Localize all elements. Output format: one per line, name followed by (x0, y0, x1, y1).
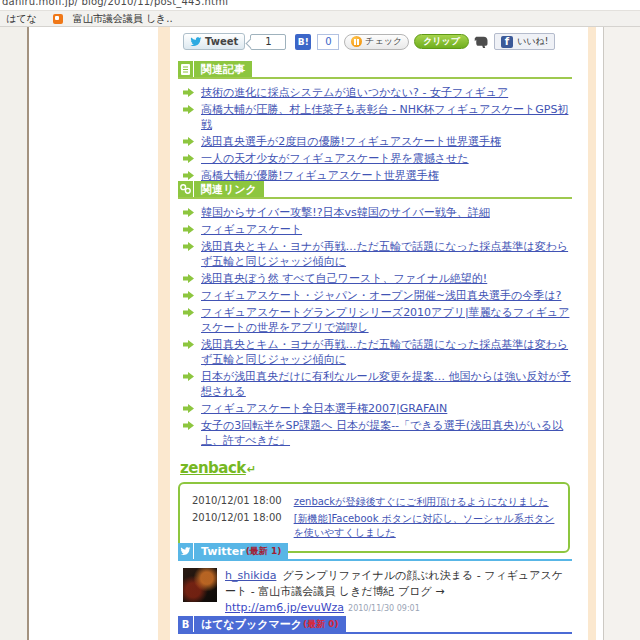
related-articles-header: 関連記事 (178, 62, 572, 79)
list-item: フィギュアスケート・ジャパン・オープン開催~浅田真央選手の今季は? (183, 288, 572, 303)
evernote-elephant-icon[interactable] (474, 35, 489, 49)
facebook-icon: f (501, 36, 513, 48)
facebook-like-label: いいね! (517, 35, 548, 48)
zenback-logo-text: zenback (180, 459, 246, 477)
url-text[interactable]: daniru.mofi.jp/ blog/2010/11/post_443.ht… (2, 0, 228, 7)
zenback-news-row: 2010/12/01 18:00 zenbackが登録後すぐにご利用頂けるように… (192, 495, 556, 509)
hatena-bookmark-title: はてなブックマーク(最新 0) (194, 616, 346, 632)
tweet-body: h_shikidaグランプリファイナルの顔ぶれ決まる - フィギュアスケート -… (225, 568, 570, 617)
list-item: 浅田真央選手が2度目の優勝!フィギュアスケート世界選手権 (183, 134, 572, 149)
related-article-link[interactable]: 技術の進化に採点システムが追いつかない? - 女子フィギュア (201, 85, 508, 100)
facebook-like-button[interactable]: f いいね! (494, 33, 555, 50)
list-item: 浅田真央ぼう然 すべて自己ワースト、ファイナル絶望的! (183, 271, 572, 286)
tweet-url-link[interactable]: http://am6.jp/evuWza (225, 601, 344, 614)
tweet-timestamp: 2010/11/30 09:01 (348, 604, 420, 613)
bookmark-favicon (53, 14, 63, 24)
tweet-button[interactable]: Tweet (183, 33, 245, 50)
news-link[interactable]: [新機能]Facebook ボタンに対応し、ソーシャル系ボタンを使いやすくしまし… (294, 512, 556, 540)
related-articles-list: 技術の進化に採点システムが追いつかない? - 女子フィギュア 高橋大輔が圧勝、村… (178, 85, 572, 183)
list-item: 韓国からサイバー攻撃!?日本vs韓国のサイバー戦争、詳細 (183, 205, 572, 220)
address-bar[interactable]: daniru.mofi.jp/ blog/2010/11/post_443.ht… (0, 0, 640, 10)
related-link[interactable]: 浅田真央とキム・ヨナが再戦…ただ五輪で話題になった採点基準は変わらず五輪と同じジ… (201, 239, 572, 269)
tweet-count[interactable]: 1 (250, 34, 286, 50)
mixi-icon (351, 36, 362, 47)
related-link[interactable]: フィギュアスケート (201, 222, 302, 237)
news-date: 2010/12/01 18:00 (192, 495, 282, 509)
clip-button[interactable]: クリップ (414, 34, 469, 49)
arrow-bullet-icon (183, 171, 194, 180)
arrow-bullet-icon (183, 225, 194, 234)
hatena-b-letter: B (182, 619, 190, 630)
news-link[interactable]: zenbackが登録後すぐにご利用頂けるようになりました (294, 495, 549, 509)
list-item: フィギュアスケート全日本選手権2007|GRAFAIN (183, 401, 572, 416)
twitter-title-text: Twitter (201, 545, 245, 558)
list-item: 一人の天才少女がフィギュアスケート界を震撼させた (183, 151, 572, 166)
tweet-item: h_shikidaグランプリファイナルの顔ぶれ決まる - フィギュアスケート -… (178, 568, 572, 617)
hatena-bookmark-section: B はてなブックマーク(最新 0) (178, 617, 572, 634)
related-article-link[interactable]: 高橋大輔が圧勝、村上佳菜子も表彰台 - NHK杯フィギュアスケートGPS初戦 (201, 102, 572, 132)
social-buttons-row: Tweet 1 B! 0 チェック クリップ f いいね! (183, 33, 577, 50)
related-link[interactable]: 女子の3回転半をSP課題へ 日本が提案--「できる選手(浅田真央)がいる以上、許… (201, 418, 572, 448)
zenback-section: zenback↵ 2010/12/01 18:00 zenbackが登録後すぐに… (178, 458, 572, 553)
arrow-bullet-icon (183, 105, 194, 114)
list-item: 日本が浅田真央だけに有利なルール変更を提案… 他国からは強い反対が予想される (183, 369, 572, 399)
hatena-bookmark-button[interactable]: B! (295, 34, 311, 50)
related-articles-title: 関連記事 (194, 61, 252, 77)
related-article-link[interactable]: 一人の天才少女がフィギュアスケート界を震撼させた (201, 151, 469, 166)
hatena-bookmark-count[interactable]: 0 (317, 34, 339, 50)
mixi-check-button[interactable]: チェック (344, 34, 409, 50)
hatena-b-icon: B (178, 616, 194, 632)
related-links-section: 関連リンク 韓国からサイバー攻撃!?日本vs韓国のサイバー戦争、詳細 フィギュア… (178, 182, 572, 450)
twitter-section: Twitter(最新 1) h_shikidaグランプリファイナルの顔ぶれ決まる… (178, 544, 572, 617)
bookmark-hatena[interactable]: はてな (0, 12, 43, 26)
column-left-border-peach (158, 27, 170, 640)
related-link[interactable]: 日本が浅田真央だけに有利なルール変更を提案… 他国からは強い反対が予想される (201, 369, 572, 399)
list-item: フィギュアスケートグランプリシリーズ2010アプリ|華麗なるフィギュアスケートの… (183, 305, 572, 335)
list-item: フィギュアスケート (183, 222, 572, 237)
hatena-new-badge: (最新 0) (303, 618, 339, 631)
twitter-bird-icon (178, 543, 194, 559)
tweet-button-label: Tweet (205, 36, 238, 47)
twitter-title: Twitter(最新 1) (194, 543, 288, 559)
arrow-bullet-icon (183, 340, 194, 349)
list-item: 浅田真央とキム・ヨナが再戦…ただ五輪で話題になった採点基準は変わらず五輪と同じジ… (183, 239, 572, 269)
arrow-bullet-icon (183, 154, 194, 163)
hatena-bookmark-header: B はてなブックマーク(最新 0) (178, 617, 572, 634)
list-item: 浅田真央とキム・ヨナが再戦…ただ五輪で話題になった採点基準は変わらず五輪と同じジ… (183, 337, 572, 367)
twitter-bird-icon (190, 37, 202, 47)
bookmarks-bar: はてな 富山市議会議員 しき.. (0, 10, 640, 27)
arrow-bullet-icon (183, 372, 194, 381)
column-right-border-peach (588, 27, 596, 640)
related-link[interactable]: 浅田真央ぼう然 すべて自己ワースト、ファイナル絶望的! (201, 271, 487, 286)
related-link[interactable]: 韓国からサイバー攻撃!?日本vs韓国のサイバー戦争、詳細 (201, 205, 490, 220)
hatena-bookmark-title-text: はてなブックマーク (201, 617, 302, 632)
document-icon (178, 61, 194, 77)
related-link[interactable]: フィギュアスケート・ジャパン・オープン開催~浅田真央選手の今季は? (201, 288, 561, 303)
related-links-list: 韓国からサイバー攻撃!?日本vs韓国のサイバー戦争、詳細 フィギュアスケート 浅… (178, 205, 572, 448)
arrow-bullet-icon (183, 308, 194, 317)
related-article-link[interactable]: 浅田真央選手が2度目の優勝!フィギュアスケート世界選手権 (201, 134, 501, 149)
twitter-header: Twitter(最新 1) (178, 544, 572, 561)
news-date: 2010/12/01 18:00 (192, 512, 282, 540)
arrow-bullet-icon (183, 404, 194, 413)
arrow-bullet-icon (183, 274, 194, 283)
twitter-new-badge: (最新 1) (246, 545, 282, 558)
bookmark-toyama-blog[interactable]: 富山市議会議員 しき.. (67, 12, 179, 26)
related-links-header: 関連リンク (178, 182, 572, 199)
related-link[interactable]: フィギュアスケート全日本選手権2007|GRAFAIN (201, 401, 447, 416)
arrow-bullet-icon (183, 137, 194, 146)
arrow-bullet-icon (183, 88, 194, 97)
link-chain-icon (178, 181, 194, 197)
related-link[interactable]: 浅田真央とキム・ヨナが再戦…ただ五輪で話題になった採点基準は変わらず五輪と同じジ… (201, 337, 572, 367)
related-link[interactable]: フィギュアスケートグランプリシリーズ2010アプリ|華麗なるフィギュアスケートの… (201, 305, 572, 335)
tweet-avatar[interactable] (183, 568, 217, 602)
list-item: 高橋大輔が圧勝、村上佳菜子も表彰台 - NHK杯フィギュアスケートGPS初戦 (183, 102, 572, 132)
arrow-bullet-icon (183, 242, 194, 251)
mixi-check-label: チェック (365, 35, 402, 48)
tweet-user-link[interactable]: h_shikida (225, 569, 276, 582)
list-item: 技術の進化に採点システムが追いつかない? - 女子フィギュア (183, 85, 572, 100)
page-left-margin (0, 27, 27, 640)
zenback-curl-icon: ↵ (247, 463, 256, 476)
zenback-logo[interactable]: zenback↵ (180, 459, 256, 477)
related-articles-section: 関連記事 技術の進化に採点システムが追いつかない? - 女子フィギュア 高橋大輔… (178, 62, 572, 185)
